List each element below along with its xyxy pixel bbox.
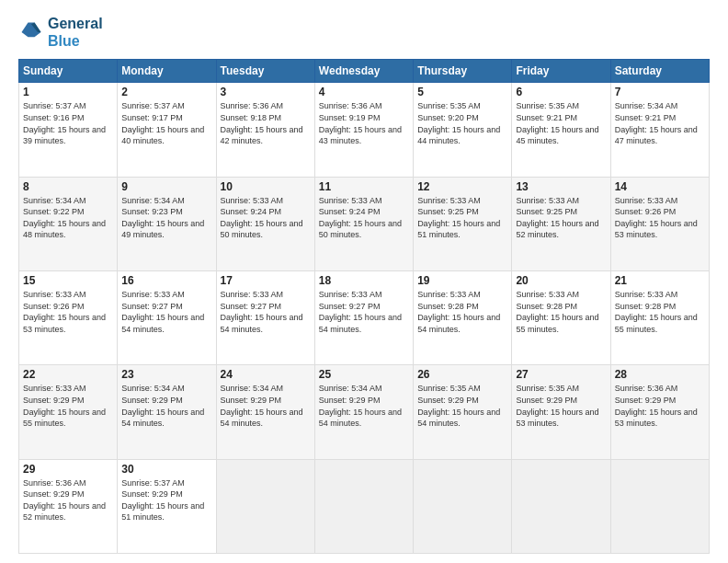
day-number: 15 bbox=[23, 274, 113, 287]
calendar-cell bbox=[414, 459, 512, 553]
day-number: 5 bbox=[417, 86, 507, 98]
calendar-cell: 4Sunrise: 5:36 AMSunset: 9:19 PMDaylight… bbox=[314, 83, 413, 177]
day-info: Sunrise: 5:35 AMSunset: 9:20 PMDaylight:… bbox=[417, 100, 507, 146]
day-number: 6 bbox=[516, 86, 606, 98]
calendar-cell: 7Sunrise: 5:34 AMSunset: 9:21 PMDaylight… bbox=[610, 83, 709, 177]
day-number: 11 bbox=[319, 180, 409, 193]
day-number: 13 bbox=[516, 180, 606, 193]
day-info: Sunrise: 5:33 AMSunset: 9:25 PMDaylight:… bbox=[516, 195, 606, 241]
week-row-4: 22Sunrise: 5:33 AMSunset: 9:29 PMDayligh… bbox=[19, 365, 710, 459]
calendar-cell: 27Sunrise: 5:35 AMSunset: 9:29 PMDayligh… bbox=[512, 365, 610, 459]
day-number: 17 bbox=[221, 274, 311, 287]
calendar-cell: 23Sunrise: 5:34 AMSunset: 9:29 PMDayligh… bbox=[118, 365, 216, 459]
calendar-cell: 1Sunrise: 5:37 AMSunset: 9:16 PMDaylight… bbox=[19, 83, 118, 177]
day-number: 22 bbox=[23, 368, 113, 381]
calendar-cell: 19Sunrise: 5:33 AMSunset: 9:28 PMDayligh… bbox=[414, 271, 512, 365]
calendar-cell: 6Sunrise: 5:35 AMSunset: 9:21 PMDaylight… bbox=[512, 83, 610, 177]
day-info: Sunrise: 5:33 AMSunset: 9:28 PMDaylight:… bbox=[417, 289, 507, 335]
day-number: 25 bbox=[319, 368, 409, 381]
day-info: Sunrise: 5:33 AMSunset: 9:28 PMDaylight:… bbox=[615, 289, 705, 335]
weekday-header-sunday: Sunday bbox=[19, 60, 118, 83]
day-info: Sunrise: 5:33 AMSunset: 9:27 PMDaylight:… bbox=[319, 289, 409, 335]
day-number: 29 bbox=[23, 463, 113, 476]
day-info: Sunrise: 5:34 AMSunset: 9:29 PMDaylight:… bbox=[221, 383, 311, 429]
day-number: 7 bbox=[615, 86, 705, 98]
day-info: Sunrise: 5:33 AMSunset: 9:26 PMDaylight:… bbox=[23, 289, 113, 335]
day-number: 3 bbox=[221, 86, 311, 98]
calendar-cell: 21Sunrise: 5:33 AMSunset: 9:28 PMDayligh… bbox=[610, 271, 709, 365]
day-info: Sunrise: 5:36 AMSunset: 9:29 PMDaylight:… bbox=[615, 383, 705, 429]
logo: General Blue bbox=[18, 15, 103, 50]
day-info: Sunrise: 5:34 AMSunset: 9:29 PMDaylight:… bbox=[121, 383, 211, 429]
day-number: 21 bbox=[615, 274, 705, 287]
weekday-header-tuesday: Tuesday bbox=[216, 60, 314, 83]
calendar-cell bbox=[610, 459, 709, 553]
day-number: 2 bbox=[121, 86, 211, 98]
day-number: 1 bbox=[23, 86, 113, 98]
calendar-cell: 26Sunrise: 5:35 AMSunset: 9:29 PMDayligh… bbox=[414, 365, 512, 459]
calendar-cell: 13Sunrise: 5:33 AMSunset: 9:25 PMDayligh… bbox=[512, 177, 610, 270]
day-number: 24 bbox=[221, 368, 311, 381]
day-info: Sunrise: 5:34 AMSunset: 9:22 PMDaylight:… bbox=[23, 195, 113, 241]
weekday-header-row: SundayMondayTuesdayWednesdayThursdayFrid… bbox=[19, 60, 710, 83]
day-info: Sunrise: 5:34 AMSunset: 9:23 PMDaylight:… bbox=[121, 195, 211, 241]
day-info: Sunrise: 5:33 AMSunset: 9:26 PMDaylight:… bbox=[615, 195, 705, 241]
calendar-cell: 12Sunrise: 5:33 AMSunset: 9:25 PMDayligh… bbox=[414, 177, 512, 270]
day-info: Sunrise: 5:36 AMSunset: 9:29 PMDaylight:… bbox=[23, 477, 113, 523]
calendar-cell: 16Sunrise: 5:33 AMSunset: 9:27 PMDayligh… bbox=[118, 271, 216, 365]
day-info: Sunrise: 5:35 AMSunset: 9:29 PMDaylight:… bbox=[516, 383, 606, 429]
week-row-5: 29Sunrise: 5:36 AMSunset: 9:29 PMDayligh… bbox=[19, 459, 710, 553]
calendar-cell: 11Sunrise: 5:33 AMSunset: 9:24 PMDayligh… bbox=[314, 177, 413, 270]
calendar-table: SundayMondayTuesdayWednesdayThursdayFrid… bbox=[18, 59, 710, 554]
day-info: Sunrise: 5:37 AMSunset: 9:17 PMDaylight:… bbox=[121, 100, 211, 146]
calendar-cell: 5Sunrise: 5:35 AMSunset: 9:20 PMDaylight… bbox=[414, 83, 512, 177]
day-info: Sunrise: 5:35 AMSunset: 9:21 PMDaylight:… bbox=[516, 100, 606, 146]
day-info: Sunrise: 5:36 AMSunset: 9:18 PMDaylight:… bbox=[221, 100, 311, 146]
calendar-cell bbox=[216, 459, 314, 553]
page: General Blue SundayMondayTuesdayWednesda… bbox=[0, 0, 728, 563]
day-info: Sunrise: 5:33 AMSunset: 9:24 PMDaylight:… bbox=[221, 195, 311, 241]
calendar-cell: 14Sunrise: 5:33 AMSunset: 9:26 PMDayligh… bbox=[610, 177, 709, 270]
day-number: 30 bbox=[121, 463, 211, 476]
day-number: 27 bbox=[516, 368, 606, 381]
day-info: Sunrise: 5:33 AMSunset: 9:25 PMDaylight:… bbox=[417, 195, 507, 241]
calendar-cell: 20Sunrise: 5:33 AMSunset: 9:28 PMDayligh… bbox=[512, 271, 610, 365]
calendar-cell: 30Sunrise: 5:37 AMSunset: 9:29 PMDayligh… bbox=[118, 459, 216, 553]
calendar-cell: 22Sunrise: 5:33 AMSunset: 9:29 PMDayligh… bbox=[19, 365, 118, 459]
day-number: 4 bbox=[319, 86, 409, 98]
day-info: Sunrise: 5:33 AMSunset: 9:27 PMDaylight:… bbox=[221, 289, 311, 335]
day-number: 23 bbox=[121, 368, 211, 381]
day-info: Sunrise: 5:33 AMSunset: 9:29 PMDaylight:… bbox=[23, 383, 113, 429]
day-number: 8 bbox=[23, 180, 113, 193]
day-info: Sunrise: 5:34 AMSunset: 9:29 PMDaylight:… bbox=[319, 383, 409, 429]
header: General Blue bbox=[18, 15, 710, 50]
calendar-cell: 17Sunrise: 5:33 AMSunset: 9:27 PMDayligh… bbox=[216, 271, 314, 365]
calendar-cell bbox=[314, 459, 413, 553]
week-row-2: 8Sunrise: 5:34 AMSunset: 9:22 PMDaylight… bbox=[19, 177, 710, 270]
day-info: Sunrise: 5:33 AMSunset: 9:24 PMDaylight:… bbox=[319, 195, 409, 241]
calendar-cell: 2Sunrise: 5:37 AMSunset: 9:17 PMDaylight… bbox=[118, 83, 216, 177]
day-number: 18 bbox=[319, 274, 409, 287]
weekday-header-thursday: Thursday bbox=[414, 60, 512, 83]
day-number: 10 bbox=[221, 180, 311, 193]
day-info: Sunrise: 5:34 AMSunset: 9:21 PMDaylight:… bbox=[615, 100, 705, 146]
weekday-header-monday: Monday bbox=[118, 60, 216, 83]
weekday-header-friday: Friday bbox=[512, 60, 610, 83]
calendar-cell: 29Sunrise: 5:36 AMSunset: 9:29 PMDayligh… bbox=[19, 459, 118, 553]
day-number: 26 bbox=[417, 368, 507, 381]
calendar-cell: 9Sunrise: 5:34 AMSunset: 9:23 PMDaylight… bbox=[118, 177, 216, 270]
calendar-cell bbox=[512, 459, 610, 553]
day-number: 20 bbox=[516, 274, 606, 287]
logo-text: General Blue bbox=[48, 15, 103, 50]
calendar-cell: 25Sunrise: 5:34 AMSunset: 9:29 PMDayligh… bbox=[314, 365, 413, 459]
day-info: Sunrise: 5:33 AMSunset: 9:27 PMDaylight:… bbox=[121, 289, 211, 335]
week-row-1: 1Sunrise: 5:37 AMSunset: 9:16 PMDaylight… bbox=[19, 83, 710, 177]
calendar-cell: 28Sunrise: 5:36 AMSunset: 9:29 PMDayligh… bbox=[610, 365, 709, 459]
day-number: 16 bbox=[121, 274, 211, 287]
calendar-cell: 10Sunrise: 5:33 AMSunset: 9:24 PMDayligh… bbox=[216, 177, 314, 270]
day-number: 14 bbox=[615, 180, 705, 193]
calendar-cell: 18Sunrise: 5:33 AMSunset: 9:27 PMDayligh… bbox=[314, 271, 413, 365]
weekday-header-saturday: Saturday bbox=[610, 60, 709, 83]
day-number: 12 bbox=[417, 180, 507, 193]
day-info: Sunrise: 5:35 AMSunset: 9:29 PMDaylight:… bbox=[417, 383, 507, 429]
